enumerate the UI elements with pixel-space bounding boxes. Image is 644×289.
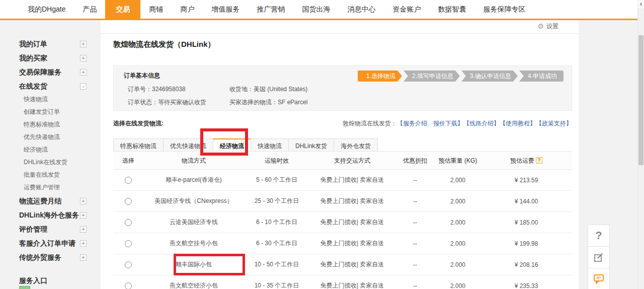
radio-button[interactable]	[125, 261, 132, 268]
cell-method: 燕文航空经济小包	[143, 281, 244, 289]
help-icon[interactable]: ?	[536, 157, 542, 164]
plus-icon[interactable]: +	[80, 69, 87, 76]
nav-item-marketing[interactable]: 推广营销	[248, 0, 293, 19]
cell-time: 10 - 50 个工作日	[244, 260, 309, 269]
buyer-logistics: 买家选择的物流：SF eParcel	[229, 98, 307, 107]
sidebar-item-customer-service-intervention[interactable]: 客服介入订单申请 +	[0, 236, 101, 250]
sidebar-subitem-economy-logistics[interactable]: 经济物流	[0, 143, 101, 156]
cell-fee: ¥ 144.00	[480, 198, 572, 205]
radio-button[interactable]	[125, 219, 132, 226]
buyer-logistics-label: 买家选择的物流：	[229, 99, 278, 106]
gear-icon: ⚙	[537, 22, 544, 30]
plus-icon[interactable]: +	[80, 198, 87, 204]
cell-discount: --	[395, 177, 435, 184]
radio-button[interactable]	[125, 177, 132, 184]
nav-item-message-center[interactable]: 消息中心	[339, 0, 384, 19]
plus-icon[interactable]: +	[80, 226, 87, 233]
table-header: 选择 物流方式 运输时效 支持交运方式 优惠折扣 预估重量 (KG) 预估运费?	[113, 151, 572, 170]
top-navigation: 我的DHgate 产品 交易 商铺 商户 增值服务 推广营销 国货出海 消息中心…	[0, 0, 637, 20]
scrollbar[interactable]: ∧	[637, 0, 644, 289]
table-row: 燕文航空经济小包 10 - 35 个工作日 免费上门揽收| 卖家自送 -- 2.…	[113, 275, 572, 289]
buyer-logistics-value: SF eParcel	[278, 99, 307, 106]
sidebar-item-label: 我的订单	[19, 40, 47, 48]
cell-weight: 2.000	[435, 198, 480, 205]
link-policy-support[interactable]: 【政策支持】	[536, 120, 572, 127]
step-confirm-application: 3.确认申请信息	[461, 70, 518, 82]
nav-item-service-guarantee[interactable]: 服务保障专区	[474, 0, 534, 19]
plus-icon[interactable]: +	[80, 55, 87, 61]
plus-icon[interactable]: +	[80, 254, 87, 261]
cell-handover: 免费上门揽收| 卖家自送	[309, 281, 395, 289]
scrollbar-thumb[interactable]	[638, 35, 643, 165]
sidebar-subitem-dhlink-online-shipping[interactable]: DHLink在线发货	[0, 156, 101, 169]
sidebar-item-service-entry: 服务入口	[0, 273, 101, 287]
nav-item-my-dhgate[interactable]: 我的DHgate	[19, 0, 74, 19]
sidebar-item-label: 物流运费月结	[19, 197, 61, 205]
plus-icon[interactable]: +	[80, 240, 87, 247]
sidebar-subitem-fast-logistics[interactable]: 快速物流	[0, 93, 101, 106]
sidebar-subitem-priority-express[interactable]: 优先快递物流	[0, 131, 101, 143]
radio-button[interactable]	[125, 198, 132, 205]
nav-item-transactions[interactable]: 交易	[105, 0, 140, 19]
minus-icon[interactable]: -	[80, 83, 87, 90]
radio-button[interactable]	[125, 282, 132, 289]
settings-button[interactable]: ⚙设置	[537, 22, 558, 31]
radio-button[interactable]	[125, 240, 132, 247]
nav-item-data-intelligence[interactable]: 数据智囊	[429, 0, 474, 19]
service-entry-badge[interactable]	[19, 286, 30, 289]
table-row: 美国经济专线（CNexpress） 25 - 30 个工作日 免费上门揽收| 卖…	[113, 191, 572, 212]
step-application-success: 4.申请成功	[519, 70, 564, 82]
col-select: 选择	[113, 152, 143, 169]
sidebar-item-review-management[interactable]: 评价管理 +	[0, 222, 101, 236]
order-status-label: 订单状态：	[128, 99, 158, 106]
sidebar-item-trade-assurance[interactable]: 交易保障服务 +	[0, 65, 101, 79]
nav-item-products[interactable]: 产品	[74, 0, 105, 19]
plus-icon[interactable]: +	[80, 212, 87, 219]
chat-button[interactable]	[588, 268, 610, 289]
sidebar-item-my-buyers[interactable]: 我的买家 +	[0, 51, 101, 65]
sidebar-item-my-orders[interactable]: 我的订单 +	[0, 37, 101, 51]
scroll-up-arrow[interactable]: ∧	[638, 0, 644, 9]
table-row: 顺丰e-parcel(香港仓) 5 - 60 个工作日 免费上门揽收| 卖家自送…	[113, 170, 572, 191]
cell-discount: --	[395, 240, 435, 247]
floating-toolbar: ?	[588, 225, 610, 289]
nav-item-shop[interactable]: 商铺	[140, 0, 172, 19]
cell-discount: --	[395, 282, 435, 289]
help-button[interactable]: ?	[588, 225, 610, 247]
main-content: ⚙设置 敦煌物流在线发货（DHLink） 订单基本信息 1.选择物流 2.填写申…	[101, 19, 579, 289]
sidebar-item-label: 传统外贸服务	[19, 253, 61, 261]
step-fill-application: 2.填写申请信息	[404, 70, 460, 82]
sidebar-subitem-freight-account[interactable]: 运费账户管理	[0, 181, 101, 194]
cell-handover: 免费上门揽收| 卖家自送	[309, 197, 395, 205]
nav-item-merchant[interactable]: 商户	[172, 0, 203, 19]
chat-bubble-icon	[593, 273, 605, 285]
col-time: 运输时效	[244, 152, 309, 169]
destination-label: 收货地：	[229, 86, 254, 93]
nav-item-goods-abroad[interactable]: 国货出海	[293, 0, 339, 19]
nav-item-value-added-services[interactable]: 增值服务	[203, 0, 248, 19]
sidebar-item-online-shipping[interactable]: 在线发货 -	[0, 79, 101, 93]
sidebar-item-label: DHLink海外仓服务	[19, 211, 79, 219]
sidebar-item-monthly-freight[interactable]: 物流运费月结 +	[0, 194, 101, 208]
order-info-panel: 订单基本信息 1.选择物流 2.填写申请信息 3.确认申请信息 4.申请成功 订…	[113, 65, 572, 111]
sidebar-item-traditional-trade[interactable]: 传统外贸服务 +	[0, 250, 101, 264]
plus-icon[interactable]: +	[80, 41, 87, 47]
order-status: 订单状态：等待买家确认收货	[128, 98, 206, 107]
settings-row: ⚙设置	[101, 19, 579, 34]
sidebar-item-label: 在线发货	[19, 82, 47, 90]
link-service-intro[interactable]: 【服务介绍、报价下载】	[397, 120, 463, 127]
col-fee: 预估运费?	[480, 152, 572, 169]
link-tutorial[interactable]: 【使用教程】	[500, 120, 536, 127]
settings-label: 设置	[546, 23, 558, 30]
sidebar-item-dhlink-overseas-warehouse[interactable]: DHLink海外仓服务 +	[0, 208, 101, 222]
page-title: 敦煌物流在线发货（DHLink）	[113, 40, 215, 49]
sidebar-subitem-bulk-online-shipping[interactable]: 批量在线发货	[0, 169, 101, 181]
feedback-button[interactable]	[588, 246, 610, 268]
cell-weight: 2.000	[435, 261, 480, 268]
cell-handover: 免费上门揽收| 卖家自送	[309, 218, 395, 227]
sidebar-subitem-standard-logistics[interactable]: 特惠标准物流	[0, 118, 101, 131]
nav-item-funds-account[interactable]: 资金账户	[384, 0, 429, 19]
destination-value: 美国 (United States)	[254, 86, 307, 93]
sidebar-subitem-create-shipping-order[interactable]: 创建发货订单	[0, 106, 101, 118]
link-route-intro[interactable]: 【线路介绍】	[463, 120, 500, 127]
